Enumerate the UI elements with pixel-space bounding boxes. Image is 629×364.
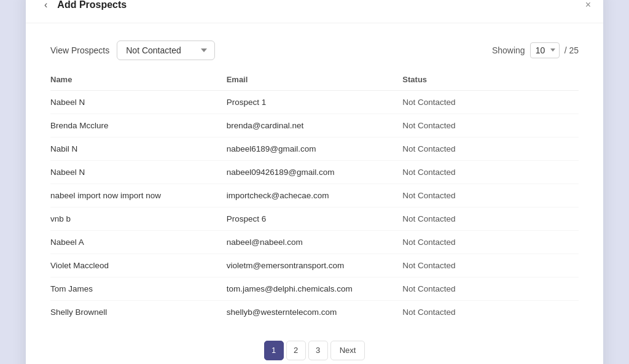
cell-email: nabeel6189@gmail.com [227, 144, 403, 153]
cell-name: Tom James [50, 284, 227, 293]
modal-title: Add Prospects [57, 0, 127, 10]
page-button-3[interactable]: 3 [308, 341, 328, 360]
back-button[interactable]: ‹ [41, 0, 51, 12]
table-header: Name Email Status [50, 75, 579, 91]
cell-name: nabeel import now import now [50, 191, 227, 200]
table-row: Nabeel Anabeel@nabeel.comNot Contacted [50, 231, 579, 254]
showing-total: / 25 [565, 45, 579, 55]
cell-name: Nabil N [50, 144, 227, 153]
showing-label: Showing [492, 45, 525, 55]
page-button-2[interactable]: 2 [286, 341, 306, 360]
table-row: Violet Maccleodvioletm@emersontransport.… [50, 254, 579, 277]
next-button[interactable]: Next [330, 341, 365, 360]
page-button-1[interactable]: 1 [264, 341, 284, 360]
filter-select[interactable]: Not Contacted Contacted All [117, 41, 215, 60]
table-row: Brenda Mcclurebrenda@cardinal.netNot Con… [50, 114, 579, 137]
cell-email: brenda@cardinal.net [227, 121, 403, 130]
cell-status: Not Contacted [402, 308, 579, 317]
modal-body: View Prospects Not Contacted Contacted A… [26, 23, 603, 365]
cell-email: tom.james@delphi.chemicals.com [227, 284, 403, 293]
cell-name: Violet Maccleod [50, 261, 227, 270]
cell-name: Brenda Mcclure [50, 121, 227, 130]
pagination: 1 2 3 Next [50, 341, 579, 360]
cell-status: Not Contacted [402, 191, 579, 200]
cell-email: nabeel09426189@gmail.com [227, 168, 403, 177]
cell-email: Prospect 6 [227, 214, 403, 223]
cell-name: Nabeel N [50, 168, 227, 177]
cell-email: nabeel@nabeel.com [227, 238, 403, 247]
col-header-email: Email [227, 75, 403, 84]
cell-email: shellyb@westerntelecom.com [227, 308, 403, 317]
cell-status: Not Contacted [402, 121, 579, 130]
cell-email: Prospect 1 [227, 98, 403, 107]
table-rows: Nabeel NProspect 1Not ContactedBrenda Mc… [50, 91, 579, 323]
table-row: Tom Jamestom.james@delphi.chemicals.comN… [50, 277, 579, 301]
toolbar-right: Showing 10 25 50 / 25 [492, 42, 579, 58]
cell-name: Shelly Brownell [50, 308, 227, 317]
prospects-table: Name Email Status Nabeel NProspect 1Not … [50, 75, 579, 323]
view-prospects-label: View Prospects [50, 45, 109, 55]
cell-status: Not Contacted [402, 238, 579, 247]
cell-email: violetm@emersontransport.com [227, 261, 403, 270]
cell-status: Not Contacted [402, 98, 579, 107]
table-row: Shelly Brownellshellyb@westerntelecom.co… [50, 301, 579, 323]
cell-name: vnb b [50, 214, 227, 223]
col-header-status: Status [402, 75, 579, 84]
cell-email: importcheck@achecae.com [227, 191, 403, 200]
table-row: vnb bProspect 6Not Contacted [50, 207, 579, 231]
per-page-select[interactable]: 10 25 50 [530, 42, 560, 58]
table-row: Nabeel NProspect 1Not Contacted [50, 91, 579, 114]
table-row: Nabil Nnabeel6189@gmail.comNot Contacted [50, 137, 579, 161]
modal: ‹ Add Prospects × View Prospects Not Con… [26, 0, 603, 364]
cell-name: Nabeel A [50, 238, 227, 247]
cell-status: Not Contacted [402, 144, 579, 153]
cell-name: Nabeel N [50, 98, 227, 107]
close-button[interactable]: × [585, 0, 591, 10]
cell-status: Not Contacted [402, 168, 579, 177]
toolbar: View Prospects Not Contacted Contacted A… [50, 41, 579, 60]
toolbar-left: View Prospects Not Contacted Contacted A… [50, 41, 215, 60]
modal-header: ‹ Add Prospects × [26, 0, 603, 23]
cell-status: Not Contacted [402, 284, 579, 293]
cell-status: Not Contacted [402, 261, 579, 270]
table-row: Nabeel Nnabeel09426189@gmail.comNot Cont… [50, 161, 579, 184]
col-header-name: Name [50, 75, 227, 84]
cell-status: Not Contacted [402, 214, 579, 223]
table-row: nabeel import now import nowimportcheck@… [50, 184, 579, 207]
